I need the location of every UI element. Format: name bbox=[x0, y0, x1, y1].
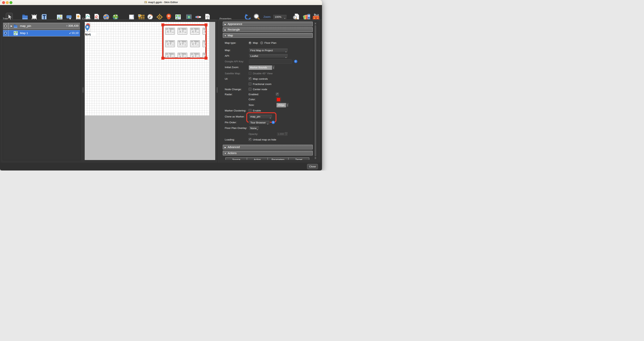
opacity-label: Opacity: bbox=[248, 133, 258, 135]
section-advanced[interactable]: ▶Advanced bbox=[223, 145, 313, 149]
stepper-arrows[interactable]: ▲▼ bbox=[286, 103, 289, 107]
section-appearance[interactable]: ▶Appearance bbox=[223, 22, 313, 26]
tree-item-position: ↙10,10 bbox=[69, 31, 78, 34]
google-api-key-label: Google API Key: bbox=[225, 60, 244, 63]
resize-handle[interactable] bbox=[204, 23, 208, 26]
center-node-option[interactable]: Center node bbox=[253, 88, 267, 91]
map-tile-thumbnail bbox=[190, 53, 200, 58]
pin-order-value: Tour Browser bbox=[250, 121, 266, 124]
marker-clustering-option[interactable]: Enable bbox=[253, 109, 261, 112]
floor-plan-overlay-value: None bbox=[250, 127, 256, 130]
initial-zoom-stepper[interactable]: Marker Bounds▲▼ bbox=[248, 65, 275, 70]
radar-color-swatch[interactable] bbox=[276, 97, 281, 102]
map-tile-thumbnail bbox=[190, 28, 200, 35]
close-button[interactable]: Close bbox=[307, 164, 318, 169]
map-type-option-map[interactable]: Map bbox=[253, 41, 258, 44]
step-down-icon[interactable]: ▼ bbox=[287, 105, 288, 107]
pin-order-select[interactable]: Tour Browser▼ bbox=[248, 120, 270, 125]
api-select[interactable]: Leaflet▼ bbox=[248, 54, 288, 58]
map-controls-checkbox[interactable] bbox=[248, 77, 252, 80]
satellite-map-label: Satellite Map: bbox=[225, 72, 241, 75]
actions-column-source: Source bbox=[226, 158, 247, 160]
map-tile-thumbnail bbox=[190, 40, 200, 47]
unload-map-checkbox[interactable] bbox=[248, 138, 252, 141]
step-up-icon[interactable]: ▲ bbox=[287, 104, 288, 105]
floor-plan-overlay-select[interactable]: None▼ bbox=[248, 126, 260, 130]
api-select-value: Leaflet bbox=[250, 54, 258, 57]
tree-row-map-1[interactable]: Map 1 ↙10,10 bbox=[3, 30, 80, 36]
actions-column-target: Target bbox=[288, 158, 309, 160]
stepper-arrows[interactable]: ▲▼ bbox=[272, 65, 275, 70]
fractional-zoom-option[interactable]: Fractional zoom bbox=[253, 83, 272, 85]
expand-chevron-icon[interactable]: ▶ bbox=[11, 25, 12, 27]
properties-content: ▶Appearance ▶Rectangle ▼Map Map type: Ma… bbox=[223, 18, 313, 160]
window-title: map1.ggsk - Skin Editor bbox=[148, 1, 178, 4]
map-type-radio-floor-plan[interactable] bbox=[260, 41, 263, 44]
unload-map-option[interactable]: Unload map on hide bbox=[253, 138, 276, 141]
radar-size-stepper[interactable]: 250px▲▼ bbox=[276, 103, 289, 108]
marker-clustering-checkbox[interactable] bbox=[248, 109, 252, 112]
radar-enabled-checkbox[interactable] bbox=[276, 93, 279, 96]
expanded-chevron-icon: ▼ bbox=[223, 151, 228, 156]
folder-icon bbox=[13, 24, 18, 28]
scroll-up-icon[interactable]: ▲ bbox=[314, 22, 316, 25]
map-tile-thumbnail bbox=[165, 40, 175, 47]
fractional-zoom-checkbox[interactable] bbox=[248, 82, 252, 85]
pin-order-label: Pin Order: bbox=[225, 121, 237, 124]
section-label: Advanced bbox=[228, 146, 240, 149]
google-api-key-input[interactable] bbox=[249, 59, 292, 64]
map-type-option-floor-plan[interactable]: Floor Plan bbox=[264, 41, 276, 44]
center-node-checkbox[interactable] bbox=[248, 88, 252, 91]
skin-canvas-document[interactable]: $(ut) bbox=[85, 22, 209, 115]
radar-enabled-label: Enabled: bbox=[248, 93, 259, 96]
section-map[interactable]: ▼Map bbox=[223, 33, 313, 38]
tree-row-map-pin[interactable]: ▶ map_pin ↑-308,439 bbox=[3, 23, 80, 29]
map-pin-element[interactable] bbox=[85, 23, 90, 31]
radar-color-label: Color: bbox=[248, 98, 256, 101]
info-icon[interactable]: i bbox=[294, 60, 298, 63]
text-element[interactable]: $(ut) bbox=[84, 33, 96, 36]
loading-label: Loading: bbox=[225, 138, 235, 141]
expanded-chevron-icon: ▼ bbox=[223, 34, 228, 38]
properties-scrollbar[interactable]: ▲ ▼ bbox=[314, 22, 317, 160]
tree-list: ▶ map_pin ↑-308,439 Map 1 ↙10,10 bbox=[3, 21, 80, 160]
visibility-toggle[interactable] bbox=[3, 23, 8, 29]
resize-handle[interactable] bbox=[162, 23, 164, 26]
map-tile-thumbnail bbox=[178, 53, 187, 58]
map-element[interactable] bbox=[162, 24, 207, 59]
document-map-icon bbox=[144, 1, 147, 4]
pin-cluster-icon bbox=[85, 23, 90, 31]
map-tile-thumbnail bbox=[178, 40, 187, 47]
map-element-content bbox=[163, 25, 206, 58]
splitter-handle[interactable] bbox=[217, 87, 218, 92]
map-select[interactable]: First Map in Project▼ bbox=[248, 48, 288, 53]
scroll-down-icon[interactable]: ▼ bbox=[314, 157, 316, 159]
map-tile-thumbnail bbox=[178, 28, 187, 35]
map-controls-option[interactable]: Map controls bbox=[253, 77, 268, 80]
disable-45-view-checkbox[interactable] bbox=[248, 72, 252, 75]
canvas-viewport[interactable]: $(ut) bbox=[84, 22, 216, 160]
tree-item-label: map_pin bbox=[20, 24, 31, 27]
eye-icon bbox=[3, 23, 8, 28]
collapsed-chevron-icon: ▶ bbox=[223, 145, 228, 150]
section-actions[interactable]: ▼Actions bbox=[223, 151, 313, 155]
tree-divider bbox=[8, 23, 9, 29]
info-icon[interactable]: i bbox=[272, 121, 275, 124]
tree-divider bbox=[8, 30, 9, 36]
step-down-icon[interactable]: ▼ bbox=[273, 68, 274, 69]
map-type-radio-map[interactable] bbox=[248, 41, 252, 44]
floor-plan-overlay-label: Floor Plan Overlay: bbox=[225, 127, 247, 129]
resize-handle[interactable] bbox=[204, 57, 208, 60]
resize-handle[interactable] bbox=[162, 57, 164, 60]
tree-item-label: Map 1 bbox=[20, 31, 28, 35]
visibility-toggle[interactable] bbox=[3, 30, 8, 36]
chevron-down-icon: ▼ bbox=[285, 55, 287, 60]
section-rectangle[interactable]: ▶Rectangle bbox=[223, 27, 313, 32]
step-up-icon[interactable]: ▲ bbox=[273, 66, 274, 68]
map-thumbnail-icon bbox=[13, 31, 18, 35]
zoom-level-value: 100% bbox=[275, 15, 282, 18]
clone-as-marker-label: Clone as Marker: bbox=[225, 115, 245, 118]
opacity-stepper[interactable]: 1.000▼ bbox=[276, 132, 288, 137]
step-down-icon: ▼ bbox=[286, 134, 287, 135]
scrollbar-thumb[interactable] bbox=[314, 25, 316, 156]
